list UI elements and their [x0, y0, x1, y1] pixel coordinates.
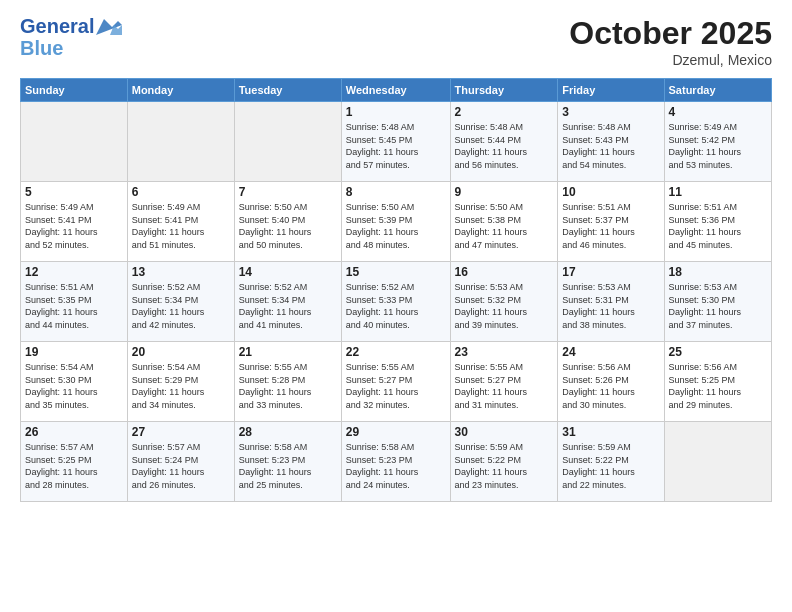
day-info: Sunrise: 5:48 AM Sunset: 5:44 PM Dayligh…: [455, 121, 554, 171]
calendar-cell: 30Sunrise: 5:59 AM Sunset: 5:22 PM Dayli…: [450, 422, 558, 502]
day-number: 29: [346, 425, 446, 439]
calendar-cell: 16Sunrise: 5:53 AM Sunset: 5:32 PM Dayli…: [450, 262, 558, 342]
weekday-header-thursday: Thursday: [450, 79, 558, 102]
day-info: Sunrise: 5:48 AM Sunset: 5:45 PM Dayligh…: [346, 121, 446, 171]
weekday-header-monday: Monday: [127, 79, 234, 102]
day-number: 18: [669, 265, 767, 279]
day-number: 9: [455, 185, 554, 199]
logo: General Blue: [20, 15, 122, 59]
day-number: 27: [132, 425, 230, 439]
calendar-cell: 26Sunrise: 5:57 AM Sunset: 5:25 PM Dayli…: [21, 422, 128, 502]
day-info: Sunrise: 5:53 AM Sunset: 5:30 PM Dayligh…: [669, 281, 767, 331]
calendar-cell: 11Sunrise: 5:51 AM Sunset: 5:36 PM Dayli…: [664, 182, 771, 262]
day-number: 15: [346, 265, 446, 279]
calendar-cell: 21Sunrise: 5:55 AM Sunset: 5:28 PM Dayli…: [234, 342, 341, 422]
calendar-cell: 10Sunrise: 5:51 AM Sunset: 5:37 PM Dayli…: [558, 182, 664, 262]
title-block: October 2025 Dzemul, Mexico: [569, 15, 772, 68]
calendar-cell: 14Sunrise: 5:52 AM Sunset: 5:34 PM Dayli…: [234, 262, 341, 342]
day-number: 2: [455, 105, 554, 119]
calendar-cell: 28Sunrise: 5:58 AM Sunset: 5:23 PM Dayli…: [234, 422, 341, 502]
logo-blue: Blue: [20, 37, 122, 59]
day-number: 21: [239, 345, 337, 359]
day-number: 25: [669, 345, 767, 359]
month-title: October 2025: [569, 15, 772, 52]
calendar-cell: [234, 102, 341, 182]
calendar-cell: 13Sunrise: 5:52 AM Sunset: 5:34 PM Dayli…: [127, 262, 234, 342]
day-info: Sunrise: 5:55 AM Sunset: 5:27 PM Dayligh…: [346, 361, 446, 411]
day-number: 6: [132, 185, 230, 199]
calendar-cell: 7Sunrise: 5:50 AM Sunset: 5:40 PM Daylig…: [234, 182, 341, 262]
calendar-cell: 12Sunrise: 5:51 AM Sunset: 5:35 PM Dayli…: [21, 262, 128, 342]
day-info: Sunrise: 5:58 AM Sunset: 5:23 PM Dayligh…: [346, 441, 446, 491]
day-info: Sunrise: 5:55 AM Sunset: 5:28 PM Dayligh…: [239, 361, 337, 411]
logo-icon: [96, 17, 122, 37]
day-info: Sunrise: 5:54 AM Sunset: 5:30 PM Dayligh…: [25, 361, 123, 411]
calendar-cell: 5Sunrise: 5:49 AM Sunset: 5:41 PM Daylig…: [21, 182, 128, 262]
weekday-header-sunday: Sunday: [21, 79, 128, 102]
day-info: Sunrise: 5:57 AM Sunset: 5:24 PM Dayligh…: [132, 441, 230, 491]
day-number: 13: [132, 265, 230, 279]
calendar-cell: 27Sunrise: 5:57 AM Sunset: 5:24 PM Dayli…: [127, 422, 234, 502]
day-info: Sunrise: 5:53 AM Sunset: 5:32 PM Dayligh…: [455, 281, 554, 331]
day-number: 7: [239, 185, 337, 199]
calendar-cell: [664, 422, 771, 502]
day-number: 24: [562, 345, 659, 359]
day-info: Sunrise: 5:52 AM Sunset: 5:34 PM Dayligh…: [132, 281, 230, 331]
day-number: 8: [346, 185, 446, 199]
day-number: 20: [132, 345, 230, 359]
calendar-cell: 22Sunrise: 5:55 AM Sunset: 5:27 PM Dayli…: [341, 342, 450, 422]
day-info: Sunrise: 5:59 AM Sunset: 5:22 PM Dayligh…: [562, 441, 659, 491]
calendar-cell: 4Sunrise: 5:49 AM Sunset: 5:42 PM Daylig…: [664, 102, 771, 182]
day-number: 11: [669, 185, 767, 199]
location-title: Dzemul, Mexico: [569, 52, 772, 68]
day-info: Sunrise: 5:52 AM Sunset: 5:34 PM Dayligh…: [239, 281, 337, 331]
day-number: 14: [239, 265, 337, 279]
day-number: 31: [562, 425, 659, 439]
weekday-header-friday: Friday: [558, 79, 664, 102]
calendar-cell: 31Sunrise: 5:59 AM Sunset: 5:22 PM Dayli…: [558, 422, 664, 502]
day-number: 28: [239, 425, 337, 439]
calendar-cell: [127, 102, 234, 182]
day-number: 19: [25, 345, 123, 359]
day-info: Sunrise: 5:51 AM Sunset: 5:35 PM Dayligh…: [25, 281, 123, 331]
calendar-cell: 8Sunrise: 5:50 AM Sunset: 5:39 PM Daylig…: [341, 182, 450, 262]
day-number: 22: [346, 345, 446, 359]
day-info: Sunrise: 5:49 AM Sunset: 5:41 PM Dayligh…: [25, 201, 123, 251]
day-number: 5: [25, 185, 123, 199]
calendar-cell: 2Sunrise: 5:48 AM Sunset: 5:44 PM Daylig…: [450, 102, 558, 182]
day-info: Sunrise: 5:52 AM Sunset: 5:33 PM Dayligh…: [346, 281, 446, 331]
day-info: Sunrise: 5:50 AM Sunset: 5:38 PM Dayligh…: [455, 201, 554, 251]
calendar-cell: 17Sunrise: 5:53 AM Sunset: 5:31 PM Dayli…: [558, 262, 664, 342]
day-info: Sunrise: 5:53 AM Sunset: 5:31 PM Dayligh…: [562, 281, 659, 331]
page-header: General Blue October 2025 Dzemul, Mexico: [20, 15, 772, 68]
day-number: 10: [562, 185, 659, 199]
day-number: 23: [455, 345, 554, 359]
day-info: Sunrise: 5:49 AM Sunset: 5:41 PM Dayligh…: [132, 201, 230, 251]
day-number: 4: [669, 105, 767, 119]
day-number: 16: [455, 265, 554, 279]
logo-general: General: [20, 15, 94, 37]
day-info: Sunrise: 5:49 AM Sunset: 5:42 PM Dayligh…: [669, 121, 767, 171]
day-info: Sunrise: 5:56 AM Sunset: 5:26 PM Dayligh…: [562, 361, 659, 411]
day-info: Sunrise: 5:51 AM Sunset: 5:37 PM Dayligh…: [562, 201, 659, 251]
day-info: Sunrise: 5:55 AM Sunset: 5:27 PM Dayligh…: [455, 361, 554, 411]
calendar-cell: 9Sunrise: 5:50 AM Sunset: 5:38 PM Daylig…: [450, 182, 558, 262]
calendar-cell: 1Sunrise: 5:48 AM Sunset: 5:45 PM Daylig…: [341, 102, 450, 182]
day-number: 26: [25, 425, 123, 439]
calendar-cell: 18Sunrise: 5:53 AM Sunset: 5:30 PM Dayli…: [664, 262, 771, 342]
calendar-cell: 25Sunrise: 5:56 AM Sunset: 5:25 PM Dayli…: [664, 342, 771, 422]
day-number: 30: [455, 425, 554, 439]
calendar-cell: 6Sunrise: 5:49 AM Sunset: 5:41 PM Daylig…: [127, 182, 234, 262]
calendar-cell: 23Sunrise: 5:55 AM Sunset: 5:27 PM Dayli…: [450, 342, 558, 422]
day-number: 12: [25, 265, 123, 279]
day-number: 1: [346, 105, 446, 119]
calendar-cell: 3Sunrise: 5:48 AM Sunset: 5:43 PM Daylig…: [558, 102, 664, 182]
calendar-cell: 20Sunrise: 5:54 AM Sunset: 5:29 PM Dayli…: [127, 342, 234, 422]
weekday-header-saturday: Saturday: [664, 79, 771, 102]
day-info: Sunrise: 5:58 AM Sunset: 5:23 PM Dayligh…: [239, 441, 337, 491]
weekday-header-tuesday: Tuesday: [234, 79, 341, 102]
day-number: 3: [562, 105, 659, 119]
day-info: Sunrise: 5:54 AM Sunset: 5:29 PM Dayligh…: [132, 361, 230, 411]
calendar-cell: 24Sunrise: 5:56 AM Sunset: 5:26 PM Dayli…: [558, 342, 664, 422]
day-info: Sunrise: 5:51 AM Sunset: 5:36 PM Dayligh…: [669, 201, 767, 251]
